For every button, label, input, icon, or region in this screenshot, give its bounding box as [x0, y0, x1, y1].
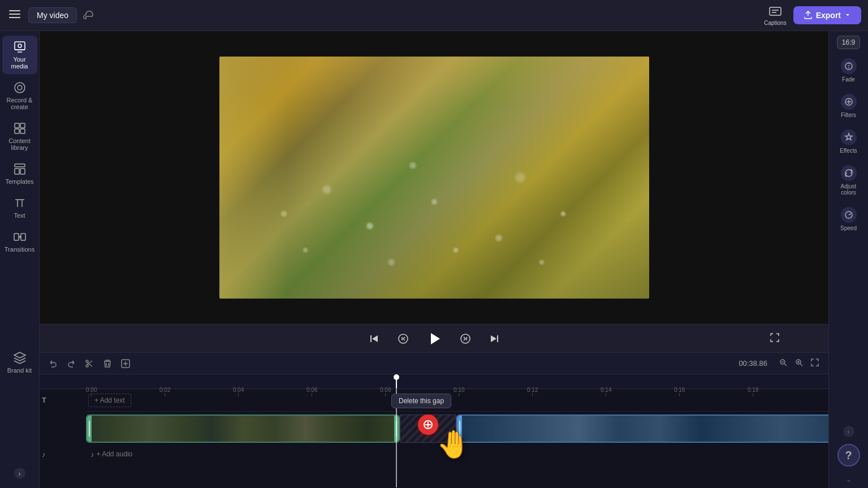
effects-icon: [841, 129, 857, 145]
export-label: Export: [816, 11, 841, 20]
add-text-button[interactable]: + Add text: [88, 394, 131, 407]
playhead-ruler: [396, 374, 397, 388]
sidebar-item-record-create[interactable]: Record & create: [2, 76, 37, 115]
svg-rect-14: [15, 164, 25, 167]
captions-label: Captions: [764, 20, 786, 26]
clip-handle-left-1[interactable]: [87, 416, 92, 442]
right-sidebar-collapse-button[interactable]: ‹: [843, 426, 854, 437]
svg-point-7: [18, 44, 21, 47]
video-frame: [219, 57, 649, 299]
svg-rect-10: [15, 123, 19, 128]
timeline-time-display: 00:38.86: [739, 359, 767, 368]
right-sidebar-item-filters[interactable]: Filters: [831, 89, 866, 123]
video-clip-1[interactable]: [86, 414, 400, 443]
menu-button[interactable]: [7, 6, 23, 25]
fade-icon: [841, 58, 857, 74]
zoom-out-button[interactable]: [776, 357, 790, 370]
redo-button[interactable]: [64, 357, 78, 370]
track-label-text: T: [42, 396, 46, 404]
right-sidebar: 16:9 Fade Filters: [828, 31, 868, 488]
svg-point-23: [86, 360, 88, 362]
sidebar-item-templates[interactable]: Templates: [2, 158, 37, 189]
svg-rect-13: [20, 129, 25, 133]
fit-timeline-button[interactable]: [808, 357, 822, 370]
delete-gap-button[interactable]: [418, 414, 438, 435]
svg-rect-2: [9, 17, 20, 18]
cloud-save-button[interactable]: [83, 9, 95, 22]
right-sidebar-item-adjust-colors[interactable]: Adjust colors: [831, 161, 866, 200]
undo-button[interactable]: [46, 357, 60, 370]
svg-rect-0: [9, 10, 20, 11]
sidebar-expand-button[interactable]: ›: [14, 468, 25, 479]
timeline-tracks: T + Add text: [40, 389, 828, 487]
help-button[interactable]: ?: [837, 444, 860, 467]
skip-to-start-button[interactable]: [365, 330, 383, 348]
skip-to-end-button[interactable]: [486, 330, 504, 348]
sidebar-item-label: Brand kit: [7, 367, 32, 374]
add-to-timeline-button[interactable]: [119, 357, 132, 370]
svg-rect-16: [20, 169, 25, 174]
svg-rect-15: [15, 169, 19, 174]
sidebar-item-content-library[interactable]: Content library: [2, 117, 37, 156]
svg-rect-11: [20, 123, 25, 128]
effects-label: Effects: [840, 148, 857, 154]
svg-rect-1: [9, 14, 20, 15]
right-sidebar-item-speed[interactable]: Speed: [831, 202, 866, 236]
rewind-button[interactable]: [394, 330, 412, 348]
adjust-colors-icon: [841, 165, 857, 181]
filters-label: Filters: [841, 112, 856, 118]
audio-track-row: ♪ ♪ + Add audio: [86, 446, 828, 463]
svg-marker-20: [431, 333, 440, 344]
timeline-ruler: 0:00 0:02 0:04 0:06: [40, 374, 828, 389]
export-button[interactable]: Export: [793, 6, 861, 24]
clip-handle-left-2[interactable]: [457, 416, 462, 442]
sidebar-item-label: Record & create: [5, 97, 35, 110]
topbar: My video Captions Export: [0, 0, 868, 31]
right-sidebar-item-fade[interactable]: Fade: [831, 54, 866, 87]
playhead-head: [394, 374, 399, 380]
playback-controls: [40, 324, 828, 352]
sidebar-item-label: Content library: [5, 137, 35, 151]
captions-button[interactable]: Captions: [764, 5, 786, 26]
text-track-row: T + Add text: [86, 389, 828, 412]
chevron-down-indicator: ⌄: [846, 476, 852, 483]
center-area: 00:38.86: [40, 31, 828, 488]
timeline-toolbar: 00:38.86: [40, 353, 828, 374]
svg-point-9: [15, 83, 25, 93]
sidebar-item-label: Text: [14, 212, 25, 219]
speed-label: Speed: [840, 225, 857, 231]
timeline-area: 00:38.86: [40, 352, 828, 488]
clip-handle-right-1[interactable]: [394, 416, 399, 442]
sidebar-item-brand-kit[interactable]: Brand kit: [2, 347, 37, 378]
aspect-ratio-button[interactable]: 16:9: [837, 36, 860, 49]
play-button[interactable]: [424, 328, 445, 349]
svg-rect-18: [21, 234, 25, 240]
sidebar-item-label: Your media: [5, 56, 35, 70]
topbar-right: Captions Export: [764, 5, 861, 26]
video-preview: [40, 31, 828, 324]
video-clip-2[interactable]: [456, 414, 828, 443]
main-area: Your media Record & create Content libra…: [0, 31, 868, 488]
video-blur-top: [219, 57, 649, 102]
clip-thumbnail-2: [457, 416, 828, 442]
delete-button[interactable]: [101, 357, 114, 370]
zoom-in-button[interactable]: [792, 357, 806, 370]
svg-rect-6: [15, 42, 25, 50]
add-audio-button[interactable]: ♪ + Add audio: [86, 448, 137, 461]
sidebar-item-label: Templates: [5, 178, 33, 185]
sidebar-item-your-media[interactable]: Your media: [2, 36, 37, 74]
svg-line-33: [800, 364, 802, 366]
svg-rect-12: [15, 129, 19, 133]
topbar-left: My video: [7, 6, 758, 25]
project-name-button[interactable]: My video: [28, 7, 77, 23]
fullscreen-button[interactable]: [769, 332, 780, 345]
sidebar-item-text[interactable]: Text: [2, 192, 37, 223]
svg-rect-17: [14, 234, 19, 240]
cut-button[interactable]: [83, 357, 96, 370]
right-sidebar-item-effects[interactable]: Effects: [831, 125, 866, 158]
forward-button[interactable]: [456, 330, 474, 348]
clip-thumbnail-1: [87, 416, 399, 442]
sidebar-item-transitions[interactable]: Transitions: [2, 226, 37, 257]
track-label-audio: ♪: [42, 450, 46, 459]
video-frame-inner: [219, 57, 649, 299]
